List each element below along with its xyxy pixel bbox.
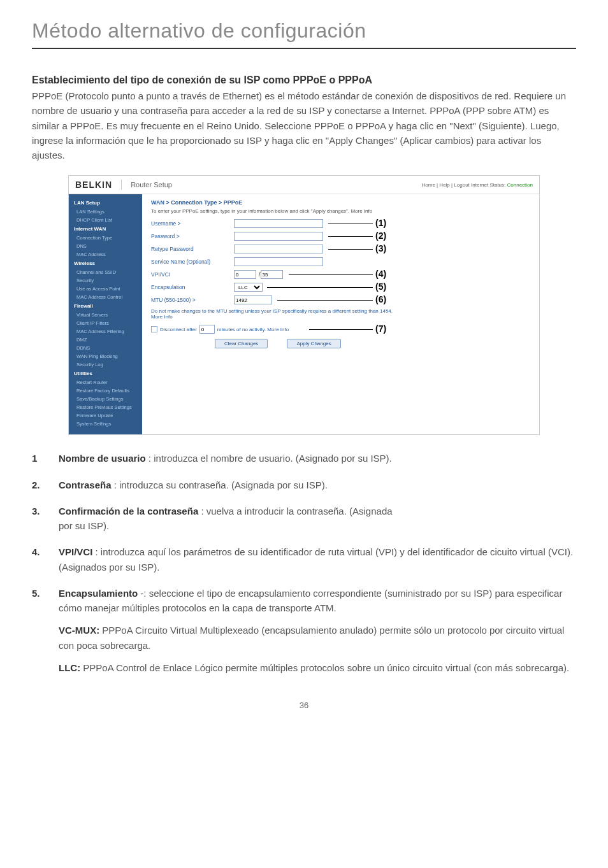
clear-button[interactable]: Clear Changes [215, 339, 268, 348]
sidebar-item[interactable]: Client IP Filters [69, 319, 142, 327]
list-lead: Nombre de usuario [59, 453, 146, 464]
disconnect-tail: minutes of no activity. More Info [217, 327, 289, 332]
sidebar-item[interactable]: Restore Previous Settings [69, 403, 142, 411]
apply-button[interactable]: Apply Changes [287, 339, 340, 348]
breadcrumb: WAN > Connection Type > PPPoE [151, 199, 532, 206]
sidebar-header-lan: LAN Setup [69, 198, 142, 208]
vpivci-label: VPI/VCI [151, 271, 234, 278]
title-underline [32, 48, 576, 49]
password-input[interactable] [234, 232, 323, 241]
sub-lead: VC-MUX: [59, 625, 99, 636]
intro-paragraph: PPPoE (Protocolo punto a punto a través … [32, 89, 576, 162]
callout-1: (1) [375, 218, 386, 228]
vci-input[interactable] [261, 270, 283, 279]
disconnect-label: Disconnect after [160, 327, 197, 332]
sidebar-header-wireless: Wireless [69, 259, 142, 268]
sidebar-item[interactable]: MAC Address [69, 250, 142, 259]
username-label: Username > [151, 220, 234, 227]
callout-7: (7) [375, 324, 386, 334]
list-lead: Contraseña [59, 480, 112, 490]
list-text: : introduzca el nombre de usuario. (Asig… [146, 453, 392, 464]
sidebar-item[interactable]: DMZ [69, 336, 142, 344]
sidebar-item[interactable]: MAC Address Control [69, 293, 142, 301]
sidebar-item[interactable]: Channel and SSID [69, 268, 142, 276]
sidebar-item[interactable]: Firmware Update [69, 411, 142, 420]
service-input[interactable] [234, 257, 323, 266]
list-number: 2. [32, 478, 59, 492]
list-text-cont: por su ISP). [59, 520, 109, 531]
list-lead: VPI/VCI [59, 546, 92, 557]
callout-4: (4) [375, 269, 386, 279]
sub-lead: LLC: [59, 662, 80, 673]
sidebar-item[interactable]: DNS [69, 242, 142, 250]
subtext: To enter your PPPoE settings, type in yo… [151, 208, 532, 214]
page-title: Método alternativo de configuración [32, 19, 576, 43]
list-number: 1 [32, 451, 59, 466]
sub-text: PPPoA Control de Enlace Lógico permite m… [80, 662, 569, 673]
sidebar-item[interactable]: Restore Factory Defaults [69, 387, 142, 395]
password-label: Password > [151, 233, 234, 239]
mtu-note: Do not make changes to the MTU setting u… [151, 308, 393, 320]
sidebar-item[interactable]: MAC Address Filtering [69, 327, 142, 336]
list-text: : introduzca aquí los parámetros de su i… [59, 546, 573, 572]
sidebar-item[interactable]: Save/Backup Settings [69, 395, 142, 403]
list-number: 5. [32, 586, 59, 675]
router-screenshot: BELKIN Router Setup Home | Help | Logout… [68, 175, 540, 435]
callout-3: (3) [375, 243, 386, 253]
top-links: Home | Help | Logout Internet Status: Co… [422, 182, 533, 188]
list-number: 4. [32, 544, 59, 574]
sidebar-header-utilities: Utilities [69, 369, 142, 378]
username-input[interactable] [234, 219, 323, 228]
sidebar-item[interactable]: Virtual Servers [69, 311, 142, 319]
sidebar-item[interactable]: System Settings [69, 420, 142, 428]
sidebar-item[interactable]: Security Log [69, 360, 142, 369]
callout-6: (6) [375, 294, 386, 304]
list-text: : vuelva a introducir la contraseña. (As… [198, 506, 392, 516]
vpi-input[interactable] [234, 270, 256, 279]
sidebar-item[interactable]: Restart Router [69, 378, 142, 387]
encaps-select[interactable]: LLC [234, 283, 263, 292]
callout-2: (2) [375, 231, 386, 241]
disconnect-checkbox[interactable] [151, 326, 157, 332]
list-number: 3. [32, 504, 59, 534]
list-text: : introduzca su contraseña. (Asignada po… [112, 480, 328, 490]
brand-logo: BELKIN [75, 180, 112, 190]
service-label: Service Name (Optional) [151, 259, 234, 265]
callout-5: (5) [375, 281, 386, 292]
sidebar: LAN Setup LAN Settings DHCP Client List … [69, 194, 142, 434]
screenshot-main: WAN > Connection Type > PPPoE To enter y… [142, 194, 539, 434]
sidebar-item[interactable]: DHCP Client List [69, 216, 142, 224]
sub-text: PPPoA Circuito Virtual Multiplexeado (en… [59, 625, 564, 650]
encaps-label: Encapsulation [151, 284, 234, 290]
retype-input[interactable] [234, 245, 323, 253]
sidebar-item[interactable]: LAN Settings [69, 208, 142, 216]
section-heading: Establecimiento del tipo de conexión de … [32, 75, 576, 86]
page-number: 36 [32, 701, 576, 710]
numbered-list: 1 Nombre de usuario : introduzca el nomb… [32, 451, 576, 675]
mtu-input[interactable] [234, 295, 272, 304]
sidebar-item[interactable]: WAN Ping Blocking [69, 352, 142, 360]
mtu-label: MTU (550-1500) > [151, 297, 234, 303]
screenshot-header: BELKIN Router Setup Home | Help | Logout… [69, 176, 539, 194]
sidebar-item[interactable]: Connection Type [69, 234, 142, 242]
sidebar-header-firewall: Firewall [69, 301, 142, 311]
disconnect-minutes-input[interactable] [199, 325, 215, 334]
list-lead: Encapsulamiento [59, 588, 138, 599]
list-lead: Confirmación de la contraseña [59, 506, 198, 516]
router-setup-label: Router Setup [131, 181, 172, 189]
retype-label: Retype Password [151, 246, 234, 252]
sidebar-header-wan: Internet WAN [69, 224, 142, 234]
sidebar-item[interactable]: DDNS [69, 344, 142, 352]
sidebar-item[interactable]: Security [69, 276, 142, 285]
sidebar-item[interactable]: Use as Access Point [69, 285, 142, 293]
